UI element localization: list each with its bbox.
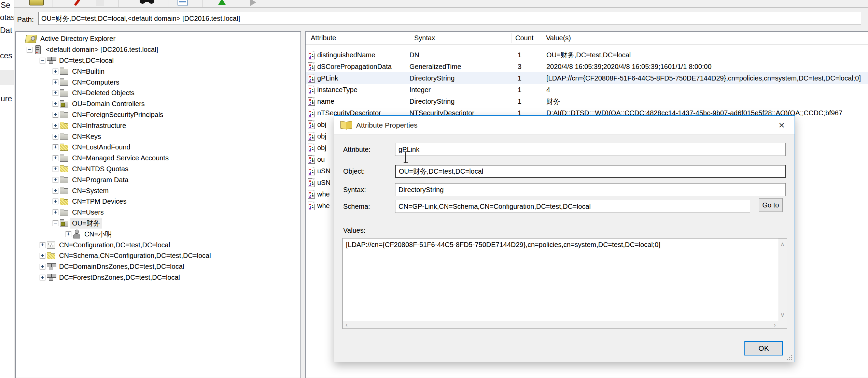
column-header-count[interactable]: Count [512, 34, 542, 42]
folder-icon [60, 112, 68, 118]
expand-expander[interactable]: + [40, 264, 45, 270]
tree-item-dc-test[interactable]: −DC=test,DC=local [16, 55, 300, 66]
list-view-icon[interactable] [178, 0, 188, 7]
table-row-gplink-selected[interactable]: gPLink DirectoryString 1 [LDAP://cn={CF2… [306, 72, 868, 84]
object-field[interactable]: OU=财务,DC=test,DC=local [395, 165, 786, 178]
tree-item-keys[interactable]: +CN=Keys [16, 131, 300, 142]
copy-icon-disabled[interactable] [96, 0, 104, 7]
expand-expander[interactable]: + [53, 199, 58, 204]
table-row[interactable]: dSCorePropagationData GeneralizedTime 3 … [306, 61, 868, 72]
scroll-up-icon[interactable]: ∧ [780, 241, 785, 247]
table-row[interactable]: name DirectoryString 1 财务 [306, 96, 868, 107]
open-folder-icon[interactable] [29, 0, 44, 7]
binoculars-icon[interactable] [140, 0, 155, 7]
attribute-icon [308, 167, 315, 175]
tree-item-system[interactable]: +CN=System [16, 185, 300, 196]
column-header-syntax[interactable]: Syntax [409, 34, 512, 42]
tree-item-cn-xiaoming[interactable]: +CN=小明 [16, 229, 300, 239]
horizontal-scrollbar[interactable]: ‹ › [343, 321, 779, 329]
ou-folder-icon [60, 102, 68, 107]
expand-expander[interactable]: + [53, 69, 58, 74]
pin-icon[interactable] [76, 0, 79, 7]
scroll-left-icon[interactable]: ‹ [346, 322, 348, 328]
tree-item-builtin[interactable]: +CN=Builtin [16, 66, 300, 77]
tree-item-managed-service-accounts[interactable]: +CN=Managed Service Accounts [16, 153, 300, 164]
values-textarea[interactable]: [LDAP://cn={CF20808F-51F6-44C5-8FD5-750D… [342, 238, 787, 329]
tree-item-program-data[interactable]: +CN=Program Data [16, 174, 300, 185]
collapse-expander[interactable]: − [27, 47, 32, 53]
forward-arrow-icon[interactable] [250, 0, 256, 8]
toolbar [14, 0, 868, 8]
expand-expander[interactable]: + [53, 79, 58, 85]
path-bar: Path: OU=财务,DC=test,DC=local,<default do… [14, 8, 868, 31]
tree-item-default-domain[interactable]: −<default domain> [DC2016.test.local] [16, 44, 300, 55]
folder-icon [60, 156, 68, 162]
values-label: Values: [343, 227, 365, 234]
yellow-folder-icon [60, 166, 68, 172]
resize-grip-icon[interactable] [786, 354, 792, 360]
expand-expander[interactable]: + [53, 123, 58, 129]
column-separator[interactable] [542, 33, 542, 43]
attribute-icon [308, 109, 315, 117]
pane-splitter[interactable] [301, 31, 305, 378]
up-arrow-icon[interactable] [218, 0, 226, 8]
expand-expander[interactable]: + [66, 231, 71, 237]
expand-expander[interactable]: + [40, 253, 45, 259]
expand-expander[interactable]: + [40, 242, 45, 248]
table-row[interactable]: distinguishedName DN 1 OU=财务,DC=test,DC=… [306, 49, 868, 61]
tree-item-deleted-objects[interactable]: +CN=Deleted Objects [16, 88, 300, 99]
domain-icon [49, 267, 53, 270]
expand-expander[interactable]: + [53, 134, 58, 140]
configuration-icon [47, 242, 55, 249]
column-header-attribute[interactable]: Attribute [306, 34, 409, 42]
expand-expander[interactable]: + [40, 275, 45, 280]
tree-item-users[interactable]: +CN=Users [16, 207, 300, 218]
expand-expander[interactable]: + [53, 90, 58, 96]
tree-item-domain-controllers[interactable]: +OU=Domain Controllers [16, 99, 300, 110]
vertical-scrollbar[interactable]: ∧ ∨ [779, 238, 787, 321]
tree-item-forestdnszones[interactable]: +DC=ForestDnsZones,DC=test,DC=local [16, 272, 300, 283]
toolbar-separator [240, 0, 240, 7]
tree-item-foreign-security-principals[interactable]: +CN=ForeignSecurityPrincipals [16, 110, 300, 120]
schema-field[interactable]: CN=GP-Link,CN=Schema,CN=Configuration,DC… [395, 200, 750, 213]
goto-button[interactable]: Go to [759, 198, 783, 212]
collapse-expander[interactable]: − [53, 220, 58, 226]
tree-item-computers[interactable]: +CN=Computers [16, 77, 300, 88]
tree-item-ou-caiwu-selected[interactable]: −OU=财务 [16, 218, 300, 229]
scroll-right-icon[interactable]: › [774, 322, 776, 328]
expand-expander[interactable]: + [53, 188, 58, 194]
tree-item-root[interactable]: Active Directory Explorer [16, 33, 300, 44]
folder-icon [60, 80, 68, 86]
column-header-values[interactable]: Value(s) [542, 34, 868, 42]
collapse-expander[interactable]: − [40, 58, 45, 63]
tree-item-infrastructure[interactable]: +CN=Infrastructure [16, 120, 300, 131]
expand-expander[interactable]: + [53, 177, 58, 183]
folder-icon [60, 91, 68, 97]
table-row[interactable]: instanceType Integer 1 4 [306, 84, 868, 96]
expand-expander[interactable]: + [53, 155, 58, 161]
scroll-down-icon[interactable]: ∨ [780, 312, 785, 318]
expand-expander[interactable]: + [53, 101, 58, 107]
tree-item-tpm-devices[interactable]: +CN=TPM Devices [16, 196, 300, 207]
expand-expander[interactable]: + [53, 144, 58, 150]
column-separator[interactable] [512, 33, 512, 43]
dialog-title-bar[interactable]: Attribute Properties × [334, 116, 795, 135]
attribute-icon [308, 155, 315, 164]
attribute-icon [308, 178, 315, 187]
attribute-field[interactable]: gPLink [395, 143, 786, 156]
syntax-field[interactable]: DirectoryString [395, 183, 786, 196]
tree-item-domaindnszones[interactable]: +DC=DomainDnsZones,DC=test,DC=local [16, 261, 300, 272]
tree-item-lostandfound[interactable]: +CN=LostAndFound [16, 142, 300, 153]
tree-item-ntds-quotas[interactable]: +CN=NTDS Quotas [16, 164, 300, 175]
tree-item-schema[interactable]: +CN=Schema,CN=Configuration,DC=test,DC=l… [16, 250, 300, 261]
expand-expander[interactable]: + [53, 209, 58, 215]
expand-expander[interactable]: + [53, 166, 58, 172]
column-separator[interactable] [409, 33, 409, 43]
expand-expander[interactable]: + [53, 112, 58, 118]
tree-item-configuration[interactable]: +CN=Configuration,DC=test,DC=local [16, 239, 300, 250]
server-icon [35, 45, 41, 54]
close-icon[interactable]: × [774, 118, 789, 132]
toolbar-separator [168, 0, 168, 7]
path-input[interactable]: OU=财务,DC=test,DC=local,<default domain> … [38, 12, 861, 25]
ok-button[interactable]: OK [744, 341, 783, 355]
